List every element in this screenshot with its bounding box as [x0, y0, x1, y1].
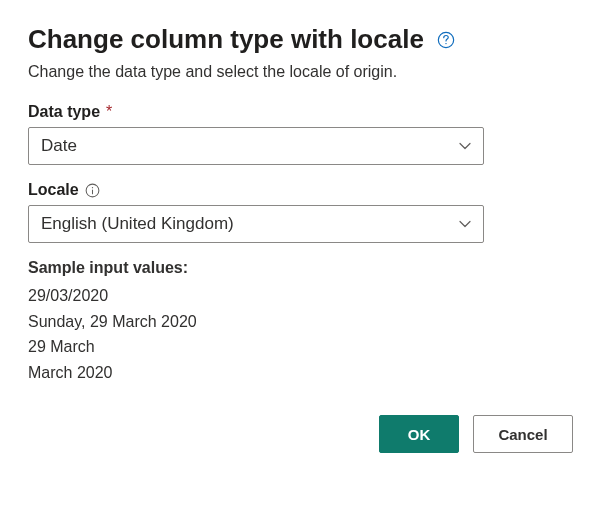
svg-point-1: [445, 42, 446, 43]
data-type-dropdown[interactable]: Date: [28, 127, 484, 165]
sample-value: Sunday, 29 March 2020: [28, 309, 573, 335]
help-icon[interactable]: [436, 30, 456, 50]
locale-label: Locale: [28, 181, 79, 199]
sample-value: 29 March: [28, 334, 573, 360]
cancel-button[interactable]: Cancel: [473, 415, 573, 453]
locale-dropdown[interactable]: English (United Kingdom): [28, 205, 484, 243]
chevron-down-icon: [457, 138, 473, 154]
ok-button[interactable]: OK: [379, 415, 459, 453]
sample-value: March 2020: [28, 360, 573, 386]
locale-value: English (United Kingdom): [41, 214, 234, 234]
dialog-subtitle: Change the data type and select the loca…: [28, 63, 573, 81]
data-type-value: Date: [41, 136, 77, 156]
info-icon[interactable]: [85, 182, 101, 198]
samples-label: Sample input values:: [28, 259, 573, 277]
dialog-title: Change column type with locale: [28, 24, 424, 55]
sample-value: 29/03/2020: [28, 283, 573, 309]
svg-point-3: [92, 187, 93, 188]
required-asterisk: *: [106, 103, 112, 121]
chevron-down-icon: [457, 216, 473, 232]
data-type-label: Data type: [28, 103, 100, 121]
